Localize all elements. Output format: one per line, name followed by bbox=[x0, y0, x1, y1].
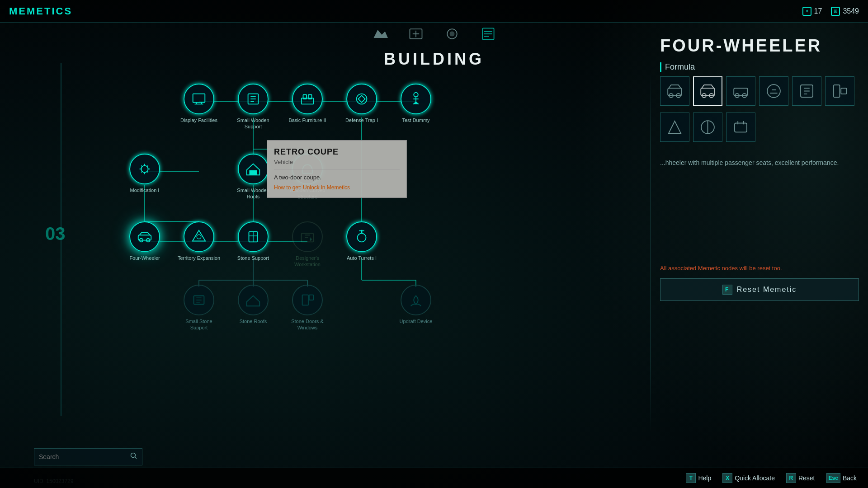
node-display-facilities-label: Display Facilities bbox=[180, 117, 217, 123]
formula-label: Formula bbox=[660, 62, 859, 72]
crystals-value: 17 bbox=[814, 7, 822, 15]
bottom-action-quick-allocate[interactable]: X Quick Allocate bbox=[722, 473, 775, 483]
reset-key: F bbox=[722, 285, 732, 295]
crystal-icon: ✦ bbox=[802, 7, 811, 16]
node-test-dummy-label: Test Dummy bbox=[402, 117, 429, 123]
top-bar: MEMETICS ✦ 17 ⊞ 3549 bbox=[0, 0, 868, 23]
panel-desc-text: heeler with multiple passenger seats, ex… bbox=[669, 159, 839, 166]
panel-desc-partial: ...hheeler with multiple passenger seats… bbox=[660, 158, 859, 168]
node-small-wooden-support[interactable]: Small Wooden Support bbox=[231, 84, 276, 130]
formula-row-2 bbox=[660, 113, 859, 142]
points-value: 3549 bbox=[843, 7, 859, 15]
node-small-stone-support-label: Small Stone Support bbox=[178, 318, 221, 331]
svg-point-41 bbox=[197, 235, 201, 239]
formula-item-7[interactable] bbox=[660, 113, 689, 142]
node-basic-furniture-ii-label: Basic Furniture II bbox=[288, 117, 326, 123]
node-stone-support-label: Stone Support bbox=[237, 255, 269, 261]
svg-rect-52 bbox=[668, 88, 682, 95]
formula-item-3[interactable] bbox=[726, 76, 755, 106]
search-input[interactable] bbox=[39, 453, 127, 460]
svg-point-46 bbox=[358, 233, 366, 242]
svg-point-61 bbox=[767, 84, 780, 98]
svg-rect-55 bbox=[701, 88, 715, 95]
node-stone-support[interactable]: Stone Support bbox=[231, 221, 276, 261]
svg-rect-67 bbox=[735, 123, 747, 132]
tooltip-howto: How to get: Unlock in Memetics bbox=[274, 184, 400, 191]
formula-item-2[interactable] bbox=[693, 76, 722, 106]
reset-label-bottom: Reset bbox=[798, 474, 815, 482]
search-bar bbox=[34, 448, 142, 465]
node-display-facilities[interactable]: Display Facilities bbox=[176, 84, 222, 123]
svg-line-69 bbox=[135, 457, 137, 459]
help-label: Help bbox=[698, 474, 711, 482]
esc-key: Esc bbox=[826, 473, 840, 483]
tooltip-desc: A two-door coupe. bbox=[274, 174, 400, 181]
formula-item-8[interactable] bbox=[693, 113, 722, 142]
bottom-action-help[interactable]: T Help bbox=[686, 473, 711, 483]
points-stat: ⊞ 3549 bbox=[831, 7, 859, 16]
svg-rect-51 bbox=[309, 295, 314, 300]
formula-item-5[interactable] bbox=[792, 76, 821, 106]
quick-allocate-label: Quick Allocate bbox=[735, 474, 775, 482]
cat-icon-4[interactable] bbox=[479, 25, 497, 43]
node-defense-trap-i-label: Defense Trap I bbox=[345, 117, 378, 123]
svg-rect-28 bbox=[193, 94, 205, 103]
app-title: MEMETICS bbox=[9, 5, 72, 17]
node-stone-roofs-label: Stone Roofs bbox=[240, 318, 267, 324]
formula-item-9[interactable] bbox=[726, 113, 755, 142]
formula-row bbox=[660, 76, 859, 106]
node-stone-doors-windows-label: Stone Doors & Windows bbox=[286, 318, 329, 331]
svg-rect-64 bbox=[841, 88, 847, 94]
node-updraft-device[interactable]: Updraft Device bbox=[393, 285, 439, 324]
right-panel: FOUR-WHEELER Formula bbox=[651, 27, 868, 443]
back-label: Back bbox=[843, 474, 857, 482]
points-icon: ⊞ bbox=[831, 7, 840, 16]
panel-title: FOUR-WHEELER bbox=[660, 36, 859, 56]
quick-allocate-key: X bbox=[722, 473, 732, 483]
help-key: T bbox=[686, 473, 696, 483]
svg-rect-58 bbox=[734, 88, 748, 95]
node-territory-expansion-label: Territory Expansion bbox=[178, 255, 220, 261]
svg-point-34 bbox=[414, 93, 418, 97]
node-auto-turrets-i-label: Auto Turrets I bbox=[347, 255, 377, 261]
bottom-bar: T Help X Quick Allocate R Reset Esc Back bbox=[0, 468, 868, 488]
node-small-wooden-support-label: Small Wooden Support bbox=[232, 117, 275, 130]
formula-item-1[interactable] bbox=[660, 76, 689, 106]
node-small-stone-support[interactable]: Small Stone Support bbox=[176, 285, 222, 331]
node-modification-i-label: Modification I bbox=[130, 187, 160, 193]
node-auto-turrets-i[interactable]: Auto Turrets I bbox=[339, 221, 384, 261]
tooltip-subtitle: Vehicle bbox=[274, 159, 400, 169]
row-number-03: 03 bbox=[45, 224, 66, 244]
node-test-dummy[interactable]: Test Dummy bbox=[393, 84, 439, 123]
panel-warn: All associated Memetic nodes will be res… bbox=[660, 265, 859, 272]
bottom-action-back[interactable]: Esc Back bbox=[826, 473, 857, 483]
node-defense-trap-i[interactable]: Defense Trap I bbox=[339, 84, 384, 123]
tooltip-title: RETRO COUPE bbox=[274, 147, 400, 157]
tooltip-popup: RETRO COUPE Vehicle A two-door coupe. Ho… bbox=[267, 140, 407, 198]
svg-point-68 bbox=[131, 453, 136, 458]
node-stone-roofs[interactable]: Stone Roofs bbox=[231, 285, 276, 324]
node-modification-i[interactable]: Modification I bbox=[122, 154, 167, 193]
node-territory-expansion[interactable]: Territory Expansion bbox=[176, 221, 222, 261]
formula-item-4[interactable] bbox=[759, 76, 788, 106]
node-four-wheeler-label: Four-Wheeler bbox=[129, 255, 160, 261]
reset-memetic-button[interactable]: F Reset Memetic bbox=[660, 278, 859, 301]
crystals-stat: ✦ 17 bbox=[802, 7, 822, 16]
node-stone-doors-windows[interactable]: Stone Doors & Windows bbox=[285, 285, 330, 331]
node-updraft-device-label: Updraft Device bbox=[400, 318, 433, 324]
bottom-action-reset[interactable]: R Reset bbox=[786, 473, 815, 483]
reset-key-bottom: R bbox=[786, 473, 796, 483]
tech-tree: Display Facilities Small Wooden Support … bbox=[32, 27, 475, 434]
search-icon bbox=[130, 452, 137, 461]
svg-marker-40 bbox=[193, 230, 206, 241]
node-designers-workstation[interactable]: Designer's Workstation bbox=[285, 221, 330, 268]
svg-rect-50 bbox=[302, 295, 308, 305]
node-basic-furniture-ii[interactable]: Basic Furniture II bbox=[285, 84, 330, 123]
formula-item-6[interactable] bbox=[825, 76, 854, 106]
reset-label: Reset Memetic bbox=[737, 286, 797, 294]
svg-rect-63 bbox=[834, 85, 840, 97]
node-designers-workstation-label: Designer's Workstation bbox=[286, 255, 329, 268]
top-stats: ✦ 17 ⊞ 3549 bbox=[802, 7, 859, 16]
node-four-wheeler[interactable]: Four-Wheeler bbox=[122, 221, 167, 261]
